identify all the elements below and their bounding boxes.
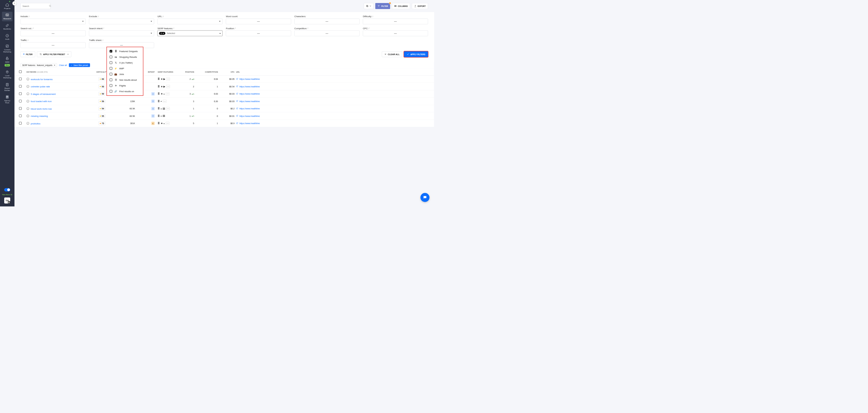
filter-serp-features[interactable]: 1✕ Selected	[157, 30, 222, 36]
add-keyword-icon[interactable]: +	[27, 115, 29, 117]
serp-more-icon[interactable]: ⋯	[166, 85, 170, 88]
keyword-link[interactable]: food loaded with iron	[31, 100, 52, 103]
external-link-icon[interactable]	[236, 100, 238, 103]
add-keyword-icon[interactable]: +	[27, 107, 29, 110]
nav-report-builder[interactable]: Report Builder	[2, 81, 13, 93]
filter-wordcount[interactable]: —	[226, 19, 291, 24]
clear-all-link[interactable]: Clear all	[59, 64, 67, 66]
sidebar-expand-button[interactable]	[12, 1, 17, 5]
filter-characters[interactable]: —	[294, 19, 360, 24]
add-keyword-icon[interactable]: +	[27, 100, 29, 103]
filter-traffic[interactable]: —	[21, 42, 86, 48]
th-competition[interactable]: COMPETITION	[195, 71, 219, 73]
checkbox[interactable]	[110, 84, 113, 87]
nav-projects[interactable]: Projects	[2, 1, 13, 11]
url-link[interactable]: https://www.healthline	[239, 115, 260, 117]
url-link[interactable]: https://www.healthline	[239, 122, 260, 125]
th-position[interactable]: POSITION	[179, 71, 195, 73]
chip-remove-icon[interactable]: ✕	[54, 64, 56, 67]
apply-filters-button[interactable]: APPLY FILTERS	[404, 51, 428, 57]
url-link[interactable]: https://www.healthline	[239, 100, 260, 102]
keyword-link[interactable]: workouts for forearms	[31, 78, 53, 80]
dropdown-option[interactable]: 🛍Shopping Results	[107, 54, 143, 60]
clear-all-button[interactable]: CLEAR ALL	[382, 51, 402, 57]
checkbox[interactable]	[110, 50, 113, 53]
row-checkbox[interactable]	[19, 77, 22, 80]
add-keyword-icon[interactable]: +	[27, 85, 29, 88]
row-checkbox[interactable]	[19, 114, 22, 117]
row-checkbox[interactable]	[19, 85, 22, 88]
serp-more-icon[interactable]: ⋯	[165, 122, 169, 125]
keyword-link[interactable]: 5 stages of bereavement	[31, 93, 56, 95]
dropdown-option[interactable]: ☰See results about	[107, 77, 143, 83]
dropdown-option[interactable]: ✈Flights	[107, 83, 143, 89]
filter-intent[interactable]	[89, 30, 154, 36]
url-link[interactable]: https://www.healthline	[239, 108, 260, 110]
dropdown-option[interactable]: ≣Featured Snippets	[107, 48, 143, 54]
search-box[interactable]	[21, 3, 51, 9]
serp-more-icon[interactable]: ⋯	[163, 100, 167, 103]
th-cpc[interactable]: CPC	[219, 71, 236, 73]
serp-dropdown[interactable]: ≣Featured Snippets🛍Shopping Results𝕏X (e…	[106, 47, 144, 96]
export-button[interactable]: EXPORT	[412, 3, 428, 9]
checkbox[interactable]	[110, 62, 113, 64]
external-link-icon[interactable]	[236, 85, 238, 88]
row-checkbox[interactable]	[19, 92, 22, 95]
checkbox[interactable]	[110, 73, 113, 76]
filter-cpc[interactable]: —	[363, 30, 428, 36]
nav-smm[interactable]: SMM Beta	[2, 55, 13, 68]
th-serp[interactable]: SERP FEATURES	[158, 71, 179, 73]
external-link-icon[interactable]	[236, 107, 238, 110]
pill-clear-icon[interactable]: ✕	[162, 32, 164, 34]
filter-position[interactable]: —	[226, 30, 291, 36]
row-checkbox[interactable]	[19, 107, 22, 110]
th-keyword[interactable]: KEYWORD	[27, 71, 36, 73]
row-checkbox[interactable]	[19, 100, 22, 102]
columns-button[interactable]: COLUMNS	[392, 3, 410, 9]
nav-agency-pack[interactable]: Agency Pack	[2, 94, 13, 105]
search-input[interactable]	[23, 5, 49, 7]
chat-button[interactable]	[421, 193, 430, 202]
keyword-link[interactable]: blood work mchc low	[31, 107, 52, 110]
keyword-link[interactable]: mewing meaning	[31, 115, 48, 117]
nav-content-marketing[interactable]: Content Marketing	[2, 43, 13, 54]
checkbox[interactable]	[110, 79, 113, 81]
copy-dropdown-button[interactable]	[364, 3, 374, 9]
url-link[interactable]: https://www.healthline	[239, 85, 260, 88]
external-link-icon[interactable]	[236, 115, 238, 117]
apply-preset-button[interactable]: APPLY FILTER PRESET	[37, 51, 71, 57]
url-link[interactable]: https://www.healthline	[239, 78, 260, 80]
filter-include[interactable]	[21, 19, 86, 24]
filter-url[interactable]	[157, 19, 222, 24]
keyword-link[interactable]: probiotics	[31, 122, 40, 125]
select-all-checkbox[interactable]	[19, 70, 22, 73]
filter-exclude[interactable]	[89, 19, 154, 24]
nav-research[interactable]: Research	[2, 12, 13, 21]
dropdown-option[interactable]: 🔗Find results on	[107, 89, 143, 94]
url-link[interactable]: https://www.healthline	[239, 93, 260, 95]
checkbox[interactable]	[110, 90, 113, 93]
filter-difficulty[interactable]: —	[363, 19, 428, 24]
checkbox[interactable]	[110, 67, 113, 70]
keyword-link[interactable]: oximeter pulse rate	[31, 85, 50, 88]
dropdown-option[interactable]: ⚡AMP	[107, 66, 143, 71]
add-filter-button[interactable]: +FILTER	[21, 51, 35, 57]
dropdown-option[interactable]: 𝕏X (ex-Twitter)	[107, 60, 143, 66]
save-preset-button[interactable]: Save filter preset	[69, 63, 90, 67]
serp-more-icon[interactable]: ⋯	[165, 93, 169, 96]
nav-local-marketing[interactable]: Local Marketing	[2, 69, 13, 80]
th-url[interactable]: URL	[236, 71, 430, 73]
filter-button[interactable]: FILTER	[375, 3, 390, 9]
checkbox[interactable]	[110, 56, 113, 59]
external-link-icon[interactable]	[236, 93, 238, 95]
dropdown-option[interactable]: 💼Jobs	[107, 71, 143, 77]
da-avatar[interactable]: DA ⚙	[4, 198, 10, 204]
external-link-icon[interactable]	[236, 122, 238, 125]
nav-audit[interactable]: Audit	[2, 33, 13, 42]
add-keyword-icon[interactable]: +	[27, 122, 29, 125]
filter-competition[interactable]: —	[294, 30, 360, 36]
add-keyword-icon[interactable]: +	[27, 93, 29, 95]
serp-more-icon[interactable]: ⋯	[166, 78, 170, 81]
serp-more-icon[interactable]: ⋯	[166, 107, 170, 110]
filter-searchvol[interactable]: —	[21, 30, 86, 36]
